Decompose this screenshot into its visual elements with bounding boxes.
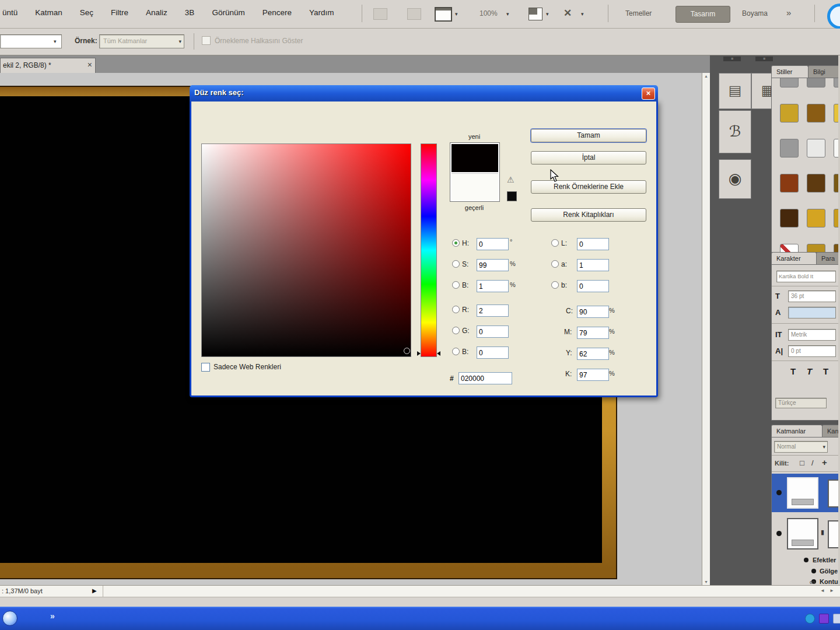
screen-mode-chevron-icon[interactable]: ▾	[581, 11, 584, 17]
style-swatch[interactable]	[780, 174, 799, 192]
style-swatch[interactable]	[807, 139, 825, 158]
b-radio[interactable]	[452, 281, 460, 289]
font-family-field[interactable]: Kartika Bold It	[776, 271, 836, 282]
effects-visibility-icon[interactable]	[804, 558, 808, 562]
web-colors-checkbox[interactable]	[201, 363, 210, 372]
screen-mode-icon[interactable]: ✕	[564, 7, 572, 19]
tab-bilgi[interactable]: Bilgi	[808, 65, 840, 78]
workspace-tasarim[interactable]: Tasarım	[676, 6, 730, 23]
faux-italic-button[interactable]: T	[807, 366, 812, 376]
dialog-close-button[interactable]: ×	[642, 88, 655, 100]
menu-analiz[interactable]: Analiz	[144, 7, 170, 18]
layer-thumbnail[interactable]	[787, 477, 818, 509]
hue-slider-marker-right-icon[interactable]	[437, 351, 440, 356]
style-swatch[interactable]	[807, 78, 825, 88]
scroll-down-icon[interactable]: ▼	[704, 580, 708, 584]
tab-paragraf[interactable]: Para	[816, 252, 840, 265]
layer-visibility-icon[interactable]	[776, 531, 782, 536]
hue-slider-marker-left-icon[interactable]	[417, 351, 421, 356]
dock-collapse-handle[interactable]: ≡	[723, 57, 741, 61]
lock-transparent-icon[interactable]: □	[800, 459, 804, 467]
h-radio[interactable]	[452, 239, 460, 247]
effect-row-shadow[interactable]: Gölge	[772, 567, 840, 576]
workspace-overflow[interactable]: »	[786, 8, 791, 18]
zoom-chevron-icon[interactable]: ▾	[506, 11, 509, 17]
tab-stiller[interactable]: Stiller	[771, 65, 808, 78]
g-field[interactable]	[477, 326, 509, 338]
ok-button[interactable]: Tamam	[531, 129, 646, 142]
tray-camstudio-icon[interactable]	[819, 614, 829, 624]
tool-preset-picker[interactable]	[0, 34, 62, 48]
y-field[interactable]	[577, 348, 609, 360]
s-radio[interactable]	[452, 260, 460, 268]
document-tab[interactable]: ekil 2, RGB/8) * ×	[0, 58, 96, 74]
tray-audio-icon[interactable]	[805, 614, 815, 624]
zoom-level[interactable]: 100%	[480, 9, 498, 18]
b-field[interactable]	[477, 280, 509, 292]
panel-icon-3d[interactable]: ◉	[719, 159, 751, 199]
layer-visibility-icon[interactable]	[776, 490, 782, 495]
tool-preset-chevron-icon[interactable]: ▾	[54, 38, 57, 44]
status-popup-arrow-icon[interactable]: ▶	[92, 587, 97, 594]
sample-dropdown[interactable]: Tüm Katmanlar ▾	[99, 34, 184, 48]
cs-live-icon[interactable]	[827, 4, 840, 29]
tab-karakter[interactable]: Karakter	[771, 252, 817, 265]
blend-chevron-icon[interactable]: ▾	[822, 444, 825, 450]
l-field[interactable]	[577, 238, 609, 250]
effect-visibility-icon[interactable]	[811, 569, 816, 573]
layer-thumbnail[interactable]	[787, 518, 818, 550]
style-swatch[interactable]	[807, 209, 825, 228]
leading-field[interactable]	[788, 307, 836, 318]
effect-row-stroke[interactable]: Kontur	[772, 578, 840, 585]
workspace-boyama[interactable]: Boyama	[742, 9, 768, 18]
panel-icon-brushes[interactable]: ℬ	[719, 110, 751, 153]
color-field-marker[interactable]	[404, 348, 410, 354]
style-swatch[interactable]	[780, 78, 799, 88]
workspace-temeller[interactable]: Temeller	[625, 9, 652, 18]
font-size-field[interactable]: 36 pt	[788, 290, 836, 302]
lock-pixels-icon[interactable]: /	[811, 459, 814, 467]
r-field[interactable]	[477, 304, 509, 317]
layer-row-selected[interactable]	[772, 474, 840, 512]
layer-row[interactable]: ▮	[772, 514, 840, 553]
l-radio[interactable]	[551, 239, 559, 247]
tray-more-icon[interactable]	[833, 614, 840, 624]
bridge-icon[interactable]	[373, 8, 387, 20]
quick-launch-overflow[interactable]: »	[50, 611, 55, 621]
tracking-field[interactable]: 0 pt	[788, 345, 836, 357]
link-layers-icon[interactable]: ∞	[810, 578, 815, 585]
style-swatch[interactable]	[780, 209, 799, 228]
a-field[interactable]	[577, 259, 609, 271]
bb-field[interactable]	[577, 280, 609, 292]
language-field[interactable]: Türkçe	[775, 398, 827, 408]
bb-radio[interactable]	[551, 281, 559, 289]
view-extras-chevron-icon[interactable]: ▾	[455, 11, 458, 17]
gamut-warning-icon[interactable]: ⚠	[507, 175, 514, 184]
menu-3b[interactable]: 3B	[183, 7, 197, 18]
tab-kanallar[interactable]: Kan	[822, 425, 840, 438]
style-swatch[interactable]	[780, 139, 799, 158]
s-field[interactable]	[477, 259, 509, 271]
scroll-up-icon[interactable]: ▲	[704, 74, 708, 78]
sampling-ring-checkbox[interactable]	[202, 36, 211, 45]
dialog-title-bar[interactable]: Düz renk seç: ×	[190, 85, 658, 102]
g-radio[interactable]	[452, 327, 460, 334]
lock-position-icon[interactable]: +	[822, 457, 827, 467]
c-field[interactable]	[577, 306, 609, 318]
menu-filtre[interactable]: Filtre	[108, 7, 131, 18]
h-field[interactable]	[477, 238, 509, 250]
sample-dropdown-chevron-icon[interactable]: ▾	[178, 38, 181, 44]
menu-pencere[interactable]: Pencere	[260, 7, 294, 18]
document-tab-close-icon[interactable]: ×	[88, 60, 92, 69]
a-radio[interactable]	[551, 260, 559, 268]
dock-collapse-handle[interactable]: ≡	[755, 57, 773, 61]
color-libraries-button[interactable]: Renk Kitaplıkları	[531, 208, 646, 222]
m-field[interactable]	[577, 327, 609, 339]
faux-bold-button[interactable]: T	[790, 366, 796, 376]
web-color-warning-icon[interactable]	[507, 191, 517, 201]
add-to-swatches-button[interactable]: Renk Örneklerine Ekle	[531, 180, 646, 194]
arrange-chevron-icon[interactable]: ▾	[546, 11, 549, 17]
r-radio[interactable]	[452, 306, 460, 313]
menu-yardim[interactable]: Yardım	[307, 7, 337, 18]
cancel-button[interactable]: İptal	[531, 151, 646, 164]
